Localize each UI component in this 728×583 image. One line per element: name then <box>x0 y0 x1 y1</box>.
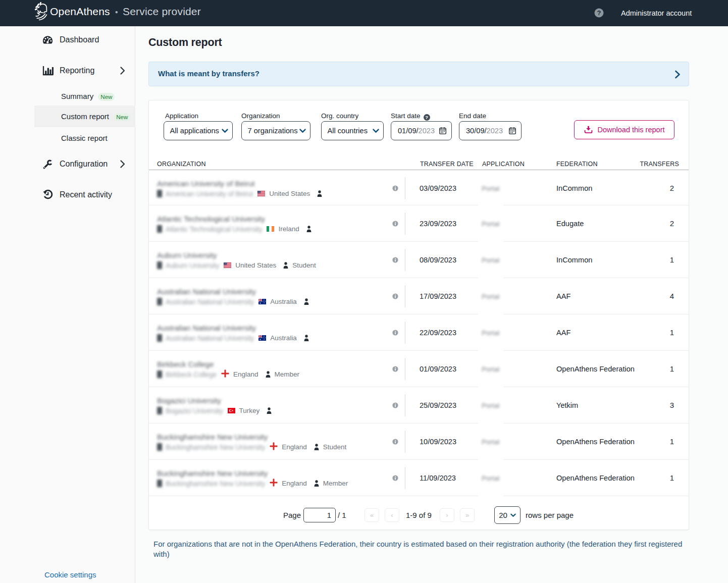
svg-text:?: ? <box>597 9 601 17</box>
